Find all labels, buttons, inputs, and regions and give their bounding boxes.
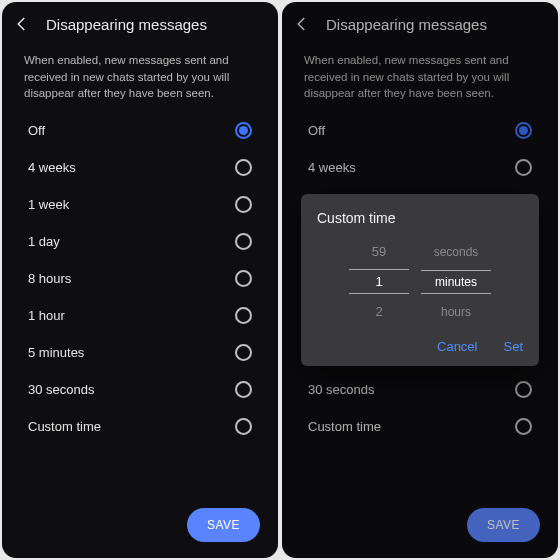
option-row[interactable]: Off xyxy=(6,112,274,149)
option-row[interactable]: 8 hours xyxy=(6,260,274,297)
phone-screen-base: Disappearing messages When enabled, new … xyxy=(2,2,278,558)
option-row[interactable]: 5 minutes xyxy=(6,334,274,371)
picker-prev-unit: seconds xyxy=(421,241,491,263)
picker-active-value: 1 xyxy=(349,269,409,294)
radio-icon[interactable] xyxy=(235,307,252,324)
radio-icon[interactable] xyxy=(235,159,252,176)
option-label: Off xyxy=(28,123,45,138)
option-row[interactable]: 4 weeks xyxy=(6,149,274,186)
dialog-overlay: Custom time 59 seconds 1 minutes 2 hours… xyxy=(282,2,558,558)
back-arrow-icon[interactable] xyxy=(12,14,32,34)
dialog-actions: Cancel Set xyxy=(317,333,523,354)
radio-icon[interactable] xyxy=(235,233,252,250)
radio-icon[interactable] xyxy=(235,418,252,435)
picker-next-value: 2 xyxy=(349,300,409,323)
option-label: 4 weeks xyxy=(28,160,76,175)
option-row[interactable]: 30 seconds xyxy=(6,371,274,408)
option-row[interactable]: 1 day xyxy=(6,223,274,260)
cancel-button[interactable]: Cancel xyxy=(437,339,477,354)
picker-prev-value: 59 xyxy=(349,240,409,263)
option-row[interactable]: 1 hour xyxy=(6,297,274,334)
radio-icon[interactable] xyxy=(235,122,252,139)
phone-screen-dialog: Disappearing messages When enabled, new … xyxy=(282,2,558,558)
description-text: When enabled, new messages sent and rece… xyxy=(2,46,278,112)
picker-active[interactable]: 1 minutes xyxy=(345,269,495,294)
dialog-title: Custom time xyxy=(317,210,523,226)
radio-icon[interactable] xyxy=(235,196,252,213)
option-label: 30 seconds xyxy=(28,382,95,397)
option-label: 1 week xyxy=(28,197,69,212)
page-title: Disappearing messages xyxy=(46,16,207,33)
set-button[interactable]: Set xyxy=(503,339,523,354)
option-label: 5 minutes xyxy=(28,345,84,360)
time-picker[interactable]: 59 seconds 1 minutes 2 hours xyxy=(317,240,523,323)
option-label: Custom time xyxy=(28,419,101,434)
option-row[interactable]: 1 week xyxy=(6,186,274,223)
radio-icon[interactable] xyxy=(235,381,252,398)
option-label: 1 hour xyxy=(28,308,65,323)
picker-prev[interactable]: 59 seconds xyxy=(345,240,495,263)
radio-icon[interactable] xyxy=(235,270,252,287)
option-label: 1 day xyxy=(28,234,60,249)
picker-next-unit: hours xyxy=(421,301,491,323)
picker-active-unit: minutes xyxy=(421,270,491,294)
option-label: 8 hours xyxy=(28,271,71,286)
save-button[interactable]: SAVE xyxy=(187,508,260,542)
picker-next[interactable]: 2 hours xyxy=(345,300,495,323)
radio-icon[interactable] xyxy=(235,344,252,361)
option-row[interactable]: Custom time xyxy=(6,408,274,445)
header: Disappearing messages xyxy=(2,2,278,46)
options-list-left: Off4 weeks1 week1 day8 hours1 hour5 minu… xyxy=(2,112,278,445)
custom-time-dialog: Custom time 59 seconds 1 minutes 2 hours… xyxy=(301,194,539,366)
